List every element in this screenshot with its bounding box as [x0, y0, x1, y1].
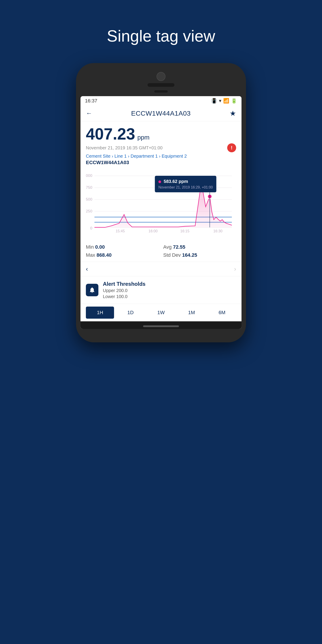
svg-text:16:30: 16:30: [213, 229, 222, 233]
svg-text:16:15: 16:15: [180, 229, 190, 233]
pagination-row: ‹ ›: [80, 262, 242, 276]
chart-svg: 1000 750 500 250 0: [86, 169, 236, 240]
svg-text:250: 250: [86, 209, 92, 213]
reading-number: 407.23: [86, 126, 135, 142]
chart-container: 1000 750 500 250 0: [86, 169, 236, 240]
signal-icon: 📶: [223, 98, 229, 104]
tab-6m[interactable]: 6M: [208, 306, 236, 319]
stats-grid: Min 0.00 Avg 72.55 Max 868.40 Std Dev 16…: [80, 240, 242, 262]
reading-timestamp: November 21, 2019 16:35 GMT+01:00: [86, 145, 162, 150]
bell-icon: [86, 284, 98, 296]
threshold-info: Alert Thresholds Upper 200.0 Lower 100.0: [103, 281, 236, 299]
wifi-icon: ▾: [219, 98, 222, 104]
battery-icon: 🔋: [231, 98, 237, 104]
reading-unit: ppm: [137, 134, 149, 141]
phone-bottom: [80, 329, 242, 336]
phone-speaker: [148, 83, 174, 87]
tab-1h[interactable]: 1H: [86, 306, 114, 319]
status-time: 16:37: [85, 98, 97, 104]
phone-device: 16:37 📳 ▾ 📶 🔋 ← ECCW1W44A1A03 ★ 407.23 p…: [76, 63, 246, 342]
stat-max: Max 868.40: [86, 252, 159, 258]
alert-icon: !: [227, 143, 236, 152]
vibrate-icon: 📳: [211, 98, 217, 104]
svg-text:0: 0: [90, 226, 92, 230]
favorite-button[interactable]: ★: [230, 109, 236, 118]
status-icons: 📳 ▾ 📶 🔋: [211, 98, 237, 104]
next-page-button[interactable]: ›: [234, 266, 236, 272]
tag-id-label: ECCW1W44A1A03: [86, 160, 236, 166]
prev-page-button[interactable]: ‹: [86, 266, 88, 272]
alert-thresholds: Alert Thresholds Upper 200.0 Lower 100.0: [80, 276, 242, 304]
phone-screen: 16:37 📳 ▾ 📶 🔋 ← ECCW1W44A1A03 ★ 407.23 p…: [80, 96, 242, 329]
page-title: Single tag view: [107, 27, 215, 45]
back-button[interactable]: ←: [86, 110, 92, 117]
svg-text:1000: 1000: [86, 173, 92, 178]
svg-text:16:00: 16:00: [148, 229, 158, 233]
stat-avg: Avg 72.55: [163, 244, 236, 250]
main-content: 407.23 ppm November 21, 2019 16:35 GMT+0…: [80, 122, 242, 240]
svg-text:500: 500: [86, 197, 92, 202]
threshold-upper: Upper 200.0: [103, 288, 236, 293]
phone-camera: [156, 72, 166, 81]
breadcrumb: Cement Site › Line 1 › Department 1 › Eq…: [86, 154, 236, 159]
threshold-title: Alert Thresholds: [103, 281, 236, 287]
threshold-lower: Lower 100.0: [103, 294, 236, 299]
reading-meta: November 21, 2019 16:35 GMT+01:00 !: [86, 143, 236, 152]
svg-text:15:45: 15:45: [116, 229, 125, 233]
phone-sensor: [154, 90, 168, 92]
time-tabs: 1H 1D 1W 1M 6M: [80, 304, 242, 321]
svg-text:750: 750: [86, 185, 92, 190]
stat-stddev: Std Dev 164.25: [163, 252, 236, 258]
tab-1d[interactable]: 1D: [116, 306, 144, 319]
home-indicator: [143, 325, 179, 327]
stat-min: Min 0.00: [86, 244, 159, 250]
tab-1w[interactable]: 1W: [147, 306, 175, 319]
status-bar: 16:37 📳 ▾ 📶 🔋: [80, 96, 242, 106]
tab-1m[interactable]: 1M: [177, 306, 206, 319]
nav-tag-id: ECCW1W44A1A03: [131, 110, 191, 117]
nav-bar: ← ECCW1W44A1A03 ★: [80, 106, 242, 122]
reading-value: 407.23 ppm: [86, 126, 236, 142]
chart-area: [94, 183, 232, 228]
